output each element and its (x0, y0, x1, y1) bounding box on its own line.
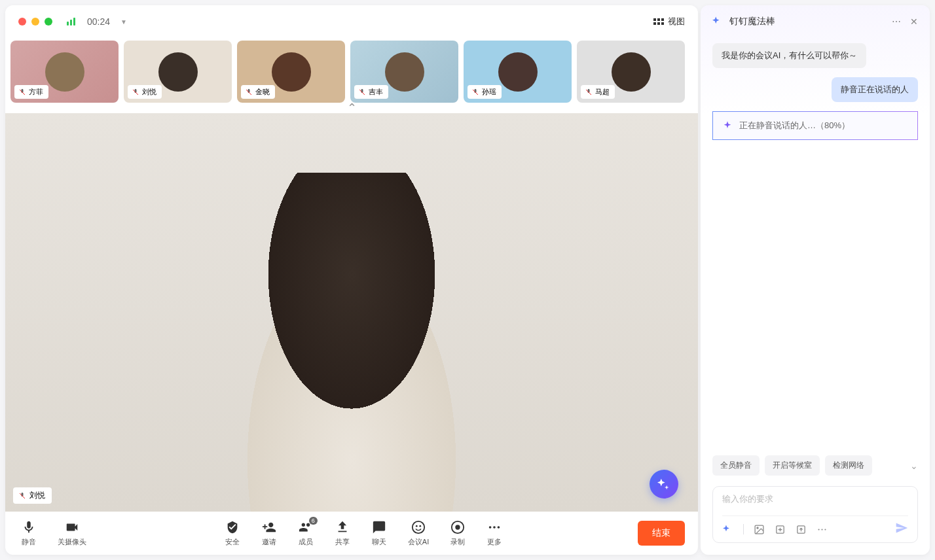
ai-assistant-float-button[interactable] (650, 470, 678, 499)
record-icon (450, 519, 466, 535)
invite-button[interactable]: 邀请 (259, 517, 280, 550)
participant-thumbnail[interactable]: 吉丰 (350, 41, 458, 103)
participant-name-tag: 吉丰 (354, 85, 388, 99)
invite-icon (261, 519, 277, 535)
magic-wand-icon (712, 16, 724, 27)
ai-label: 会议AI (408, 537, 429, 547)
mic-muted-icon (358, 88, 366, 96)
ai-button[interactable]: 会议AI (405, 517, 431, 550)
ai-input-area[interactable]: 输入你的要求 (712, 486, 918, 543)
send-button[interactable] (895, 521, 908, 537)
participant-thumbnail[interactable]: 刘悦 (124, 41, 232, 103)
svg-point-14 (824, 529, 826, 530)
close-window-button[interactable] (18, 18, 26, 26)
svg-point-13 (821, 529, 822, 530)
camera-icon (64, 519, 80, 535)
view-label: 视图 (668, 16, 685, 27)
participant-thumbnail[interactable]: 孙瑶 (464, 41, 572, 103)
grid-view-icon (653, 18, 664, 25)
share-button[interactable]: 共享 (332, 517, 353, 550)
more-icon (486, 519, 502, 535)
mute-button[interactable]: 静音 (18, 517, 39, 550)
timer-dropdown-icon[interactable]: ▼ (120, 18, 127, 26)
participants-thumbnails: 方菲 刘悦 金晓 吉丰 (5, 38, 698, 103)
wand-tool-icon[interactable] (722, 523, 734, 535)
maximize-window-button[interactable] (45, 18, 52, 26)
collapse-thumbnails-button[interactable]: ⌃ (5, 103, 698, 113)
participant-name: 孙瑶 (482, 87, 496, 97)
minimize-window-button[interactable] (31, 18, 39, 26)
bottom-controls-bar: 静音 关摄像头 安全 邀请 6 成员 (5, 512, 698, 555)
security-label: 安全 (225, 537, 240, 547)
participant-name: 马超 (595, 87, 610, 97)
ai-message-bubble: 我是你的会议AI，有什么可以帮你～ (712, 43, 866, 68)
security-button[interactable]: 安全 (222, 517, 243, 550)
attachment-tool-icon[interactable] (774, 523, 786, 535)
participant-name: 吉丰 (369, 87, 383, 97)
svg-point-9 (756, 527, 758, 528)
top-bar: 00:24 ▼ 视图 (5, 5, 698, 38)
user-message-bubble: 静音正在说话的人 (832, 77, 918, 102)
panel-actions: ⋯ ✕ (892, 16, 918, 27)
participant-name-tag: 马超 (581, 85, 615, 99)
shield-icon (225, 519, 240, 535)
ai-face-icon (411, 519, 426, 535)
upload-tool-icon[interactable] (795, 523, 807, 535)
mic-muted-icon (18, 88, 26, 96)
participant-name: 刘悦 (142, 87, 156, 97)
members-icon: 6 (298, 519, 314, 535)
toolbar-divider (743, 524, 744, 534)
members-button[interactable]: 6 成员 (295, 517, 316, 550)
participant-name-tag: 刘悦 (128, 85, 162, 99)
quick-action-waiting-room[interactable]: 开启等候室 (765, 455, 820, 476)
controls-left-group: 静音 关摄像头 (18, 517, 89, 550)
svg-point-1 (416, 525, 418, 527)
svg-point-7 (498, 526, 500, 529)
participant-name: 金晓 (255, 87, 270, 97)
view-toggle[interactable]: 视图 (653, 16, 685, 27)
participant-thumbnail[interactable]: 马超 (577, 41, 685, 103)
sparkle-icon (722, 120, 733, 131)
signal-strength-icon (67, 18, 75, 26)
members-count-badge: 6 (309, 517, 318, 525)
microphone-icon (21, 519, 37, 535)
svg-point-2 (419, 525, 421, 527)
mic-muted-icon (18, 492, 26, 500)
mic-muted-icon (471, 88, 479, 96)
end-call-button[interactable]: 结束 (638, 521, 685, 546)
chat-icon (371, 519, 387, 535)
panel-title: 钉钉魔法棒 (729, 16, 775, 27)
mute-label: 静音 (22, 537, 36, 547)
ai-assistant-panel: 钉钉魔法棒 ⋯ ✕ 我是你的会议AI，有什么可以帮你～ 静音正在说话的人 正在静… (701, 5, 930, 555)
panel-title-group: 钉钉魔法棒 (712, 16, 775, 27)
chat-button[interactable]: 聊天 (369, 517, 390, 550)
camera-button[interactable]: 关摄像头 (55, 517, 89, 550)
ai-progress-box: 正在静音说话的人…（80%） (712, 111, 918, 140)
participant-name-tag: 金晓 (241, 85, 275, 99)
quick-actions-row: 全员静音 开启等候室 检测网络 ⌄ (701, 450, 930, 481)
quick-action-network[interactable]: 检测网络 (825, 455, 872, 476)
input-toolbar (722, 516, 908, 537)
main-video-area: 刘悦 (5, 113, 698, 512)
invite-label: 邀请 (262, 537, 276, 547)
window-controls (18, 18, 52, 26)
more-button[interactable]: 更多 (484, 517, 505, 550)
share-icon (335, 519, 350, 535)
more-tools-icon[interactable] (816, 523, 828, 535)
record-button[interactable]: 录制 (447, 517, 468, 550)
main-speaker-name-tag: 刘悦 (13, 487, 52, 504)
participant-thumbnail[interactable]: 方菲 (10, 41, 119, 103)
participant-thumbnail[interactable]: 金晓 (237, 41, 345, 103)
call-timer: 00:24 (87, 16, 110, 27)
svg-point-5 (489, 526, 492, 529)
svg-point-0 (412, 521, 424, 533)
video-conference-main: 00:24 ▼ 视图 方菲 刘悦 (5, 5, 698, 555)
panel-close-button[interactable]: ✕ (910, 16, 918, 27)
mic-muted-icon (245, 88, 253, 96)
quick-action-mute-all[interactable]: 全员静音 (712, 455, 760, 476)
quick-actions-expand-icon[interactable]: ⌄ (910, 461, 918, 471)
panel-more-button[interactable]: ⋯ (892, 16, 901, 27)
ai-chat-area: 我是你的会议AI，有什么可以帮你～ 静音正在说话的人 正在静音说话的人…（80%… (701, 38, 930, 450)
mic-muted-icon (585, 88, 593, 96)
image-tool-icon[interactable] (753, 523, 765, 535)
